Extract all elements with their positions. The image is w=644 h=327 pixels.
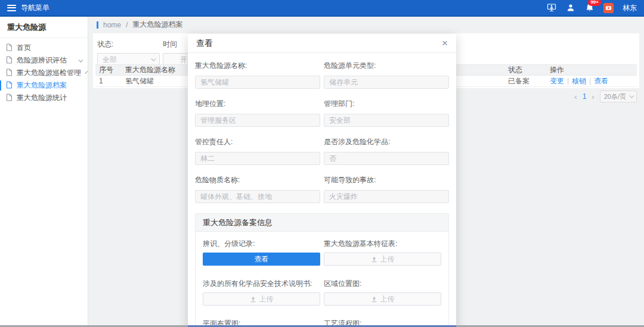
substance-name-input[interactable] — [195, 190, 320, 203]
item-msds: 涉及的所有化学品安全技术说明书: 上传 — [203, 279, 320, 306]
action-change-link[interactable]: 变更 — [550, 76, 564, 86]
nav-menu-label[interactable]: 导航菜单 — [21, 3, 49, 13]
chevron-down-icon — [85, 71, 88, 74]
action-writeoff-link[interactable]: 核销 — [572, 76, 586, 86]
monitor-user-icon[interactable] — [546, 3, 556, 13]
sidebar-item-label: 重大危险源巡检管理 — [17, 68, 81, 78]
upload-area-map-button[interactable]: 上传 — [324, 292, 441, 306]
username-label[interactable]: 林东 — [623, 3, 637, 13]
field-label: 危险物质名称: — [195, 175, 320, 185]
page-number[interactable]: 1 — [583, 92, 587, 101]
upload-button-label: 上传 — [380, 294, 395, 304]
involves-chemicals-input[interactable] — [324, 152, 449, 165]
record-info-section: 重大危险源备案信息 辨识、分级记录: 查看 重大危险源基本特征表: 上传 — [195, 213, 449, 327]
responsible-person-input[interactable] — [195, 152, 320, 165]
field-involves-chemicals: 是否涉及危险化学品: — [324, 137, 449, 165]
table-header-status: 状态 — [504, 65, 546, 75]
pagination: ‹ 1 › 20条/页 — [574, 91, 637, 102]
item-area-map: 区域位置图: 上传 — [324, 279, 441, 306]
field-label: 辨识、分级记录: — [203, 239, 320, 249]
field-hazard-name: 重大危险源名称: — [195, 61, 320, 89]
cell-actions: 变更 | 核销 | 查看 — [546, 76, 637, 86]
field-label: 管控责任人: — [195, 137, 320, 147]
action-separator: | — [567, 77, 569, 85]
sidebar-item-label: 首页 — [17, 43, 31, 53]
breadcrumb-tick — [97, 21, 98, 29]
field-label: 危险源单元类型: — [324, 61, 449, 71]
status-filter: 状态: 全部 — [97, 39, 160, 66]
page-size-select[interactable]: 20条/页 — [600, 91, 637, 102]
view-dialog: 查看 × 重大危险源名称: 危险源单元类型: 地理位置: 管理部门: — [188, 34, 456, 327]
hazard-name-input[interactable] — [195, 76, 320, 89]
sidebar-menu: 首页 危险源辨识评估 重大危险源巡检管理 重大危险源档案 重大危险源统计 — [0, 38, 88, 104]
department-input[interactable] — [324, 114, 449, 127]
field-label: 管理部门: — [324, 99, 449, 109]
upload-button-label: 上传 — [259, 294, 274, 304]
item-grading-record: 辨识、分级记录: 查看 — [203, 239, 320, 266]
breadcrumb: home / 重大危险源档案 — [97, 20, 182, 30]
field-substance-name: 危险物质名称: — [195, 175, 320, 203]
cell-status: 已备案 — [504, 76, 546, 86]
document-icon — [6, 43, 13, 53]
location-input[interactable] — [195, 114, 320, 127]
cell-index: 1 — [95, 77, 122, 85]
field-label: 涉及的所有化学品安全技术说明书: — [203, 279, 320, 289]
user-icon[interactable] — [565, 3, 575, 13]
field-unit-type: 危险源单元类型: — [324, 61, 449, 89]
sidebar-item-hazard-identification[interactable]: 危险源辨识评估 — [0, 54, 88, 67]
dialog-body: 重大危险源名称: 危险源单元类型: 地理位置: 管理部门: 管控责任人: — [188, 53, 456, 327]
upload-icon — [371, 296, 377, 303]
close-icon[interactable]: × — [442, 38, 448, 48]
sidebar-item-hazard-archive[interactable]: 重大危险源档案 — [0, 79, 88, 92]
document-icon — [6, 81, 13, 91]
field-label: 是否涉及危险化学品: — [324, 137, 449, 147]
dialog-title: 查看 — [196, 38, 213, 49]
breadcrumb-home[interactable]: home — [103, 21, 121, 29]
document-icon — [6, 94, 13, 103]
sidebar: 重大危险源 首页 危险源辨识评估 重大危险源巡检管理 重大危险源档案 — [0, 17, 88, 327]
field-label: 可能导致的事故: — [324, 175, 449, 185]
notification-badge: 99+ — [588, 0, 601, 6]
breadcrumb-current: 重大危险源档案 — [132, 20, 182, 30]
sidebar-item-hazard-statistics[interactable]: 重大危险源统计 — [0, 92, 88, 104]
table-header-index: 序号 — [95, 65, 122, 75]
sidebar-item-label: 重大危险源档案 — [17, 80, 67, 91]
sidebar-item-home[interactable]: 首页 — [0, 42, 88, 54]
field-possible-accident: 可能导致的事故: — [324, 175, 449, 203]
section-title: 重大危险源备案信息 — [196, 214, 448, 232]
status-select-value: 全部 — [103, 55, 117, 65]
next-page-button[interactable]: › — [592, 92, 594, 101]
field-grid: 重大危险源名称: 危险源单元类型: 地理位置: 管理部门: 管控责任人: — [195, 61, 449, 213]
breadcrumb-separator: / — [126, 21, 128, 29]
hamburger-menu-icon[interactable] — [7, 5, 16, 11]
unit-type-input[interactable] — [324, 76, 449, 89]
section-body: 辨识、分级记录: 查看 重大危险源基本特征表: 上传 涉及的所有化学品安全技术说… — [196, 232, 448, 327]
sidebar-item-label: 危险源辨识评估 — [17, 55, 67, 66]
chevron-down-icon — [78, 57, 83, 62]
action-view-link[interactable]: 查看 — [594, 76, 608, 86]
possible-accident-input[interactable] — [324, 190, 449, 203]
upload-feature-table-button[interactable]: 上传 — [324, 253, 441, 266]
chevron-down-icon — [629, 93, 634, 98]
active-indicator — [0, 80, 1, 91]
field-label: 重大危险源基本特征表: — [324, 239, 441, 249]
upload-button-label: 上传 — [380, 254, 395, 264]
section-grid: 辨识、分级记录: 查看 重大危险源基本特征表: 上传 涉及的所有化学品安全技术说… — [203, 239, 441, 327]
field-label: 区域位置图: — [324, 279, 441, 289]
dialog-header: 查看 × — [188, 34, 456, 53]
top-navbar: 导航菜单 99+ 林东 — [0, 0, 644, 17]
upload-icon — [371, 256, 377, 263]
avatar[interactable] — [603, 3, 614, 13]
upload-msds-button[interactable]: 上传 — [203, 292, 320, 306]
sidebar-item-label: 重大危险源统计 — [17, 93, 67, 103]
item-feature-table: 重大危险源基本特征表: 上传 — [324, 239, 441, 266]
document-icon — [6, 56, 13, 66]
status-filter-label: 状态: — [97, 39, 160, 49]
view-record-button[interactable]: 查看 — [203, 253, 320, 266]
bell-icon[interactable]: 99+ — [584, 3, 595, 13]
field-department: 管理部门: — [324, 99, 449, 127]
prev-page-button[interactable]: ‹ — [574, 92, 577, 101]
sidebar-item-inspection-management[interactable]: 重大危险源巡检管理 — [0, 67, 88, 79]
topbar-right: 99+ 林东 — [546, 3, 637, 13]
page-size-value: 20条/页 — [604, 92, 626, 101]
